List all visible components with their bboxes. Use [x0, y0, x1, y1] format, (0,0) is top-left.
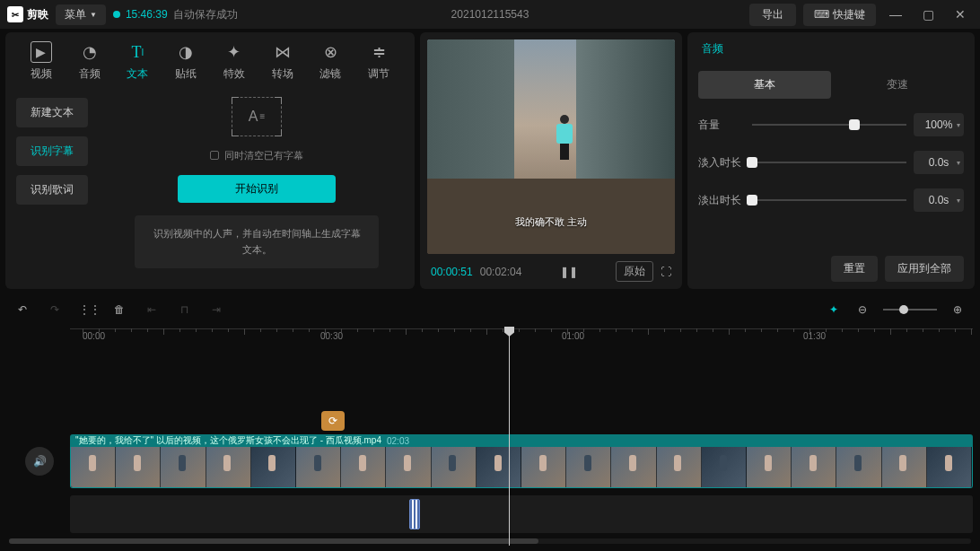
apply-all-button[interactable]: 应用到全部	[885, 256, 964, 282]
properties-panel: 音频 基本 变速 音量 100%▾ 淡入时长 0.0s▾ 淡出时长	[687, 32, 975, 289]
preview-panel: 我的确不敢 主动 00:00:51 00:02:04 ❚❚ 原始 ⛶	[420, 32, 682, 289]
video-clip-header[interactable]: "她要的，我给不了" 以后的视频，这个俄罗斯女孩不会出现了 - 西瓜视频.mp4…	[70, 434, 973, 447]
zoom-out-button[interactable]: ⊖	[854, 303, 871, 316]
snap-button[interactable]: ✦	[826, 303, 842, 316]
slider-thumb[interactable]	[747, 195, 757, 206]
reset-button[interactable]: 重置	[831, 256, 878, 282]
fullscreen-button[interactable]: ⛶	[661, 266, 671, 278]
save-message: 自动保存成功	[173, 7, 238, 22]
save-dot-icon	[113, 11, 120, 18]
export-button[interactable]: 导出	[749, 4, 796, 26]
slider-thumb[interactable]	[849, 119, 860, 130]
fadeout-slider[interactable]	[752, 191, 906, 209]
minimize-button[interactable]: —	[883, 7, 908, 22]
timeline-panel: ↶ ↷ ⋮⋮ 🗑 ⇤ ⊓ ⇥ ✦ ⊖ ⊕ 00:00 00:30 01:00 0…	[0, 293, 980, 547]
video-icon: ▶	[31, 41, 52, 63]
audio-clip[interactable]	[409, 499, 420, 529]
tab-text[interactable]: TI文本	[115, 38, 162, 85]
tab-sticker[interactable]: ◑贴纸	[162, 38, 209, 85]
effect-clip[interactable]: ⟳	[321, 411, 345, 431]
tab-transition[interactable]: ⋈转场	[259, 38, 306, 85]
mute-button[interactable]: 🔊	[25, 447, 54, 476]
redo-button[interactable]: ↷	[47, 303, 63, 316]
chevron-icon: ▾	[957, 159, 960, 167]
fadeout-value[interactable]: 0.0s▾	[914, 188, 964, 212]
tab-audio[interactable]: ◔音频	[66, 38, 113, 85]
volume-slider[interactable]	[752, 116, 906, 134]
mark-button[interactable]: ⊓	[176, 303, 192, 316]
tab-filter[interactable]: ⊗滤镜	[308, 38, 354, 85]
props-tab-basic[interactable]: 基本	[698, 71, 831, 99]
recognition-hint: 识别视频中的人声，并自动在时间轴上生成字幕文本。	[135, 215, 379, 268]
scrollbar-thumb[interactable]	[9, 538, 538, 544]
text-side-tabs: 新建文本 识别字幕 识别歌词	[5, 85, 99, 280]
volume-value[interactable]: 100%▾	[914, 113, 964, 136]
app-logo: ✂ 剪映	[7, 6, 48, 22]
ruler-mark: 00:30	[320, 331, 343, 341]
fadein-value[interactable]: 0.0s▾	[914, 151, 964, 174]
video-clip-thumbnails[interactable]	[70, 447, 973, 488]
clear-existing-row[interactable]: 同时清空已有字幕	[210, 149, 303, 162]
adjust-icon: ≑	[368, 41, 389, 63]
close-button[interactable]: ✕	[948, 7, 973, 22]
current-time: 00:00:51	[431, 266, 473, 278]
side-tab-new-text[interactable]: 新建文本	[16, 98, 88, 127]
time-ruler[interactable]: 00:00 00:30 01:00 01:30	[70, 328, 973, 348]
props-tab-speed[interactable]: 变速	[831, 71, 964, 99]
effect-icon: ✦	[223, 41, 245, 63]
fadein-label: 淡入时长	[698, 155, 745, 171]
menu-button[interactable]: 菜单 ▼	[56, 4, 106, 25]
tracks-area[interactable]: ⟳ 🔊 "她要的，我给不了" 以后的视频，这个俄罗斯女孩不会出现了 - 西瓜视频…	[70, 348, 973, 546]
side-tab-recognize-lyrics[interactable]: 识别歌词	[16, 175, 88, 205]
keyboard-icon: ⌨	[814, 8, 829, 21]
zoom-slider[interactable]	[883, 309, 937, 310]
delete-button[interactable]: 🗑	[111, 303, 127, 316]
save-status: 15:46:39 自动保存成功	[113, 7, 238, 22]
duration-time: 00:02:04	[480, 266, 522, 278]
props-tabs: 基本 变速	[698, 71, 964, 99]
sticker-icon: ◑	[175, 41, 197, 63]
ruler-mark: 01:30	[803, 331, 826, 341]
undo-button[interactable]: ↶	[14, 303, 31, 316]
playhead[interactable]	[509, 327, 510, 546]
logo-icon: ✂	[7, 6, 23, 22]
shortcut-button[interactable]: ⌨ 快捷键	[803, 4, 876, 26]
chevron-icon: ▾	[957, 121, 960, 129]
chevron-down-icon: ▼	[90, 11, 97, 19]
mark-out-button[interactable]: ⇥	[208, 303, 224, 316]
split-button[interactable]: ⋮⋮	[79, 303, 95, 316]
fadeout-row: 淡出时长 0.0s▾	[698, 188, 964, 212]
recognition-area: A≡ 同时清空已有字幕 开始识别 识别视频中的人声，并自动在时间轴上生成字幕文本…	[99, 85, 415, 280]
preview-controls: 00:00:51 00:02:04 ❚❚ 原始 ⛶	[427, 254, 675, 282]
maximize-button[interactable]: ▢	[915, 7, 941, 22]
ratio-button[interactable]: 原始	[616, 261, 653, 282]
side-tab-recognize-subtitle[interactable]: 识别字幕	[16, 136, 88, 166]
volume-row: 音量 100%▾	[698, 113, 964, 136]
app-name: 剪映	[27, 7, 48, 22]
zoom-in-button[interactable]: ⊕	[949, 303, 966, 316]
media-panel: ▶视频 ◔音频 TI文本 ◑贴纸 ✦特效 ⋈转场 ⊗滤镜 ≑调节 新建文本 识别…	[5, 32, 415, 289]
fadein-slider[interactable]	[752, 153, 906, 171]
tab-adjust[interactable]: ≑调节	[355, 38, 402, 85]
preview-viewport[interactable]: 我的确不敢 主动	[427, 39, 675, 254]
zoom-thumb[interactable]	[899, 305, 908, 314]
start-recognition-button[interactable]: 开始识别	[178, 175, 336, 203]
chevron-icon: ▾	[957, 197, 960, 205]
horizontal-scrollbar[interactable]	[9, 538, 971, 544]
fadein-row: 淡入时长 0.0s▾	[698, 151, 964, 174]
clip-duration: 02:03	[387, 436, 409, 446]
audio-icon: ◔	[79, 41, 101, 63]
props-actions: 重置 应用到全部	[698, 256, 964, 282]
audio-track[interactable]	[70, 495, 973, 533]
subtitle-recognition-icon: A≡	[232, 97, 282, 136]
mark-in-button[interactable]: ⇤	[144, 303, 160, 316]
save-time: 15:46:39	[126, 8, 168, 21]
pause-button[interactable]: ❚❚	[560, 266, 578, 278]
video-track: "她要的，我给不了" 以后的视频，这个俄罗斯女孩不会出现了 - 西瓜视频.mp4…	[70, 434, 973, 488]
slider-thumb[interactable]	[747, 157, 757, 168]
tab-effect[interactable]: ✦特效	[211, 38, 258, 85]
props-title: 音频	[698, 39, 964, 62]
tab-video[interactable]: ▶视频	[18, 38, 65, 85]
filter-icon: ⊗	[319, 41, 341, 63]
checkbox-icon[interactable]	[210, 151, 219, 160]
